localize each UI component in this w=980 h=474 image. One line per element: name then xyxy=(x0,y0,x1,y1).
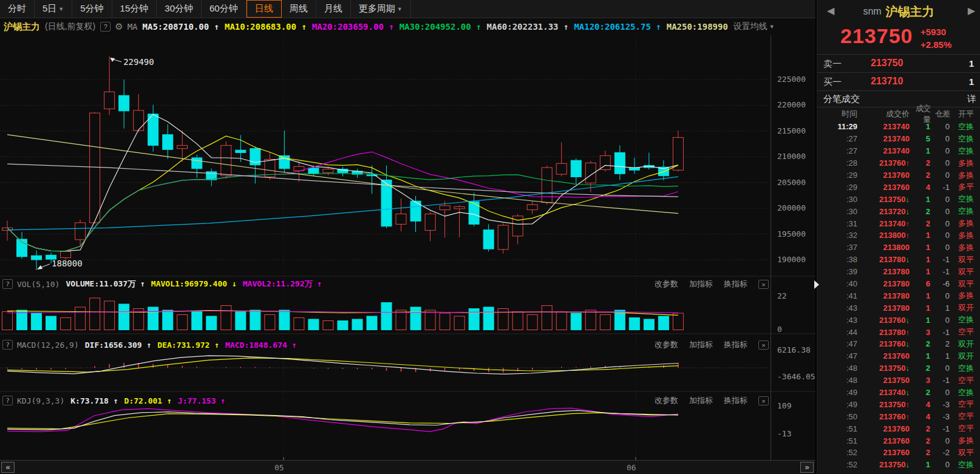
ma-settings-button[interactable]: 设置均线▼ xyxy=(733,21,775,32)
close-icon[interactable]: × xyxy=(758,396,769,405)
candle xyxy=(425,212,435,241)
tick-time: :43 xyxy=(820,316,857,325)
gear-icon[interactable]: ⚙ xyxy=(115,21,123,32)
bid-label: 买一 xyxy=(823,76,842,88)
tick-oi-change: -1 xyxy=(930,183,950,192)
help-icon[interactable]: ? xyxy=(2,340,13,350)
period-tab-5分钟[interactable]: 5分钟 xyxy=(72,0,112,18)
help-icon[interactable]: ? xyxy=(100,22,111,32)
candle xyxy=(600,151,610,172)
tick-price: 213740 xyxy=(857,122,910,131)
bid-row[interactable]: 买一 213710 1 xyxy=(817,73,980,91)
edit-params-button[interactable]: 改参数 xyxy=(655,339,678,350)
candles[interactable] xyxy=(2,56,684,270)
tick-time: :52 xyxy=(820,448,857,457)
tick-open-close-flag: 双开 xyxy=(950,339,975,350)
volume-bar xyxy=(279,310,290,330)
kdj-panel xyxy=(7,408,678,432)
tick-oi-change: 0 xyxy=(930,436,950,445)
volume-bar xyxy=(673,313,683,330)
tick-volume: 1 xyxy=(910,122,930,131)
y-axis-label: 205000 xyxy=(777,178,806,187)
ma-value: MA20:203659.00 ↑ xyxy=(312,22,394,32)
volume-bar xyxy=(294,318,304,330)
tick-open-close-flag: 空换 xyxy=(950,314,975,325)
tick-time: :44 xyxy=(820,328,857,337)
tick-oi-change: 0 xyxy=(930,146,950,155)
panel-axis-label: 22 xyxy=(777,291,787,300)
period-tab-月线[interactable]: 月线 xyxy=(316,0,351,18)
candle xyxy=(192,155,202,178)
tick-price: 213760 xyxy=(857,171,910,180)
tick-volume: 1 xyxy=(910,460,930,469)
volume-bar xyxy=(483,307,494,330)
tick-volume: 2 xyxy=(910,219,930,228)
chart-mode-label: (日线,前复权) xyxy=(45,21,95,32)
scroll-right-button[interactable]: » xyxy=(800,462,814,473)
prev-symbol-arrow[interactable]: ◀ xyxy=(827,5,834,16)
volume-bar xyxy=(367,316,377,330)
swap-indicator-button[interactable]: 换指标 xyxy=(724,339,747,350)
period-tab-日线[interactable]: 日线 xyxy=(247,0,282,18)
tick-price: 213780 xyxy=(857,303,910,313)
volume-bar xyxy=(46,316,56,330)
tick-row: :392137801-1双平 xyxy=(817,266,980,278)
scroll-left-button[interactable]: « xyxy=(1,462,15,473)
tick-row: :2921376020多换 xyxy=(817,169,980,181)
y-axis-label: 220000 xyxy=(777,100,806,109)
tick-oi-change: 0 xyxy=(930,158,950,168)
tick-open-close-flag: 双平 xyxy=(950,254,975,265)
swap-indicator-button[interactable]: 换指标 xyxy=(724,395,747,406)
collapse-sidebar-handle[interactable] xyxy=(814,280,819,289)
sidebar-header: ◀ snm 沪锡主力 ▶ xyxy=(817,0,980,23)
edit-params-button[interactable]: 改参数 xyxy=(655,279,678,289)
period-tab-分时[interactable]: 分时 xyxy=(0,0,35,18)
add-indicator-button[interactable]: 加指标 xyxy=(689,339,713,350)
kdj-readouts: K:73.718 ↑D:72.001 ↑J:77.153 ↑ xyxy=(70,396,231,405)
tick-price: 213760↓ xyxy=(857,316,910,325)
volume-bar xyxy=(440,313,450,330)
tick-table[interactable]: 11:2921374010空换:2721374050空换:2721374010空… xyxy=(817,121,980,471)
symbol-code: snm xyxy=(863,6,881,17)
help-icon[interactable]: ? xyxy=(2,396,13,405)
candle xyxy=(469,193,479,226)
tick-open-close-flag: 空平 xyxy=(950,411,975,422)
chart-info-bar: 沪锡主力 (日线,前复权) ? ⚙ MA MA5:208710.00 ↑MA10… xyxy=(0,18,815,35)
last-price: 213750 xyxy=(840,24,913,48)
tick-price: 213760↑ xyxy=(857,158,910,168)
period-tab-5日[interactable]: 5日▼ xyxy=(35,0,72,18)
period-tab-15分钟[interactable]: 15分钟 xyxy=(112,0,157,18)
volume-bar xyxy=(644,319,654,330)
tick-oi-change: 0 xyxy=(930,134,950,143)
tick-open-close-flag: 双开 xyxy=(950,351,975,362)
ask-row[interactable]: 卖一 213750 1 xyxy=(817,55,980,73)
add-indicator-button[interactable]: 加指标 xyxy=(689,395,713,406)
tick-time: :32 xyxy=(820,231,857,240)
ma-value: MA10:208683.00 ↑ xyxy=(225,22,307,32)
candle xyxy=(119,80,129,129)
candle xyxy=(250,146,260,183)
period-tab-更多周期[interactable]: 更多周期▼ xyxy=(351,0,411,18)
add-indicator-button[interactable]: 加指标 xyxy=(689,279,713,289)
volume-bar xyxy=(585,310,596,330)
next-symbol-arrow[interactable]: ▶ xyxy=(968,5,975,16)
tick-open-close-flag: 多换 xyxy=(950,230,975,241)
period-tab-周线[interactable]: 周线 xyxy=(282,0,316,18)
tick-row: :52213750↓10空换 xyxy=(817,459,980,471)
tick-time: :28 xyxy=(820,158,857,168)
tick-price: 213750↓ xyxy=(857,364,910,373)
tick-oi-change: -3 xyxy=(930,412,950,421)
tick-volume: 2 xyxy=(910,364,930,373)
period-tab-30分钟[interactable]: 30分钟 xyxy=(157,0,202,18)
help-icon[interactable]: ? xyxy=(2,279,13,289)
period-tab-60分钟[interactable]: 60分钟 xyxy=(202,0,247,18)
panel-divider[interactable] xyxy=(815,0,817,474)
tick-row: :32213800↑10多换 xyxy=(817,229,980,242)
swap-indicator-button[interactable]: 换指标 xyxy=(724,279,747,289)
close-icon[interactable]: × xyxy=(758,280,769,289)
volume-bar xyxy=(177,315,188,330)
volume-bar xyxy=(512,312,523,330)
edit-params-button[interactable]: 改参数 xyxy=(655,395,678,406)
detail-link[interactable]: 详 xyxy=(967,93,976,105)
close-icon[interactable]: × xyxy=(758,340,769,350)
